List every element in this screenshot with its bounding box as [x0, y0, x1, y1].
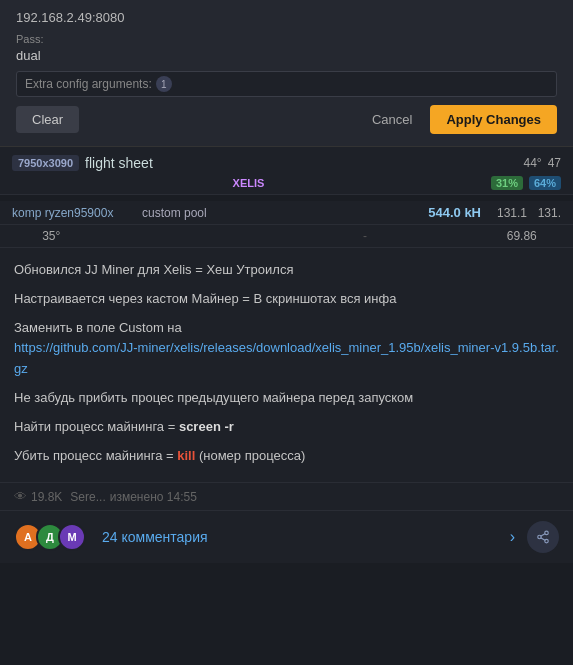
- post-link[interactable]: https://github.com/JJ-miner/xelis/releas…: [14, 340, 559, 376]
- temp-stat: 44°: [523, 156, 541, 170]
- pass-label: Pass:: [16, 33, 557, 45]
- extra-config-label: Extra config arguments:: [25, 77, 152, 91]
- avatars: А Д М: [14, 523, 80, 551]
- share-button[interactable]: [527, 521, 559, 553]
- server-address: 192.168.2.49:8080: [16, 10, 557, 25]
- gpu-stats-row: 35° - 69.86: [0, 225, 573, 248]
- post-line4: Не забудь прибить процес предыдущего май…: [14, 388, 559, 409]
- comment-bar: А Д М 24 комментария ›: [0, 511, 573, 563]
- pool-name: custom pool: [142, 206, 232, 220]
- post-body: Обновился JJ Miner для Xelis = Хеш Утрои…: [0, 248, 573, 483]
- kill-cmd: kill: [177, 448, 195, 463]
- val-stat: 47: [548, 156, 561, 170]
- cancel-button[interactable]: Cancel: [362, 106, 422, 133]
- flight-sheet-name: flight sheet: [85, 155, 153, 171]
- gpu-temp2: 35°: [12, 229, 90, 243]
- pass-field-group: Pass: dual: [16, 33, 557, 63]
- miner-row: komp ryzen95900x custom pool 544.0 kH 13…: [0, 201, 573, 225]
- author-name: Sere...: [70, 490, 105, 504]
- post-footer: 👁 19.8K Sere... изменено 14:55: [0, 483, 573, 511]
- post-line3: Заменить в поле Custom на https://github…: [14, 318, 559, 380]
- post-line6: Убить процесс майнинга = kill (номер про…: [14, 446, 559, 467]
- miner-name: komp ryzen95900x: [12, 206, 132, 220]
- post-line5: Найти процесс майнинга = screen -r: [14, 417, 559, 438]
- hashrate-value: 544.0 kH: [242, 205, 481, 220]
- avatar-3: М: [58, 523, 86, 551]
- view-count: 19.8K: [31, 490, 62, 504]
- svg-line-3: [541, 538, 545, 540]
- gpu-val2: 69.86: [483, 229, 561, 243]
- clear-button[interactable]: Clear: [16, 106, 79, 133]
- svg-line-4: [541, 534, 545, 536]
- changed-label: изменено 14:55: [110, 490, 197, 504]
- extra-config-row: Extra config arguments: 1: [16, 71, 557, 97]
- stat-badge-blue: 64%: [529, 176, 561, 190]
- pass-value: dual: [16, 48, 557, 63]
- config-actions: Clear Cancel Apply Changes: [16, 105, 557, 134]
- extra-config-badge: 1: [156, 76, 172, 92]
- flight-sheet-header: 7950x3090 flight sheet 44° 47 XELIS 31% …: [0, 147, 573, 195]
- comment-count[interactable]: 24 комментария: [102, 529, 208, 545]
- ms-val-1: 131.1: [491, 206, 527, 220]
- coin-tag: XELIS: [233, 177, 265, 189]
- post-line2: Настраивается через кастом Майнер = В ск…: [14, 289, 559, 310]
- miner-stats: 131.1 131.: [491, 206, 561, 220]
- config-section: 192.168.2.49:8080 Pass: dual Extra confi…: [0, 0, 573, 147]
- apply-button[interactable]: Apply Changes: [430, 105, 557, 134]
- gpu-dash: -: [326, 229, 404, 243]
- screen-cmd: screen -r: [179, 419, 234, 434]
- post-line1: Обновился JJ Miner для Xelis = Хеш Утрои…: [14, 260, 559, 281]
- chevron-right-icon[interactable]: ›: [510, 528, 515, 546]
- actions-right: Cancel Apply Changes: [362, 105, 557, 134]
- eye-icon: 👁: [14, 489, 27, 504]
- ms-val-2: 131.: [531, 206, 561, 220]
- rig-name-tag: 7950x3090: [12, 155, 79, 171]
- stat-badge-green: 31%: [491, 176, 523, 190]
